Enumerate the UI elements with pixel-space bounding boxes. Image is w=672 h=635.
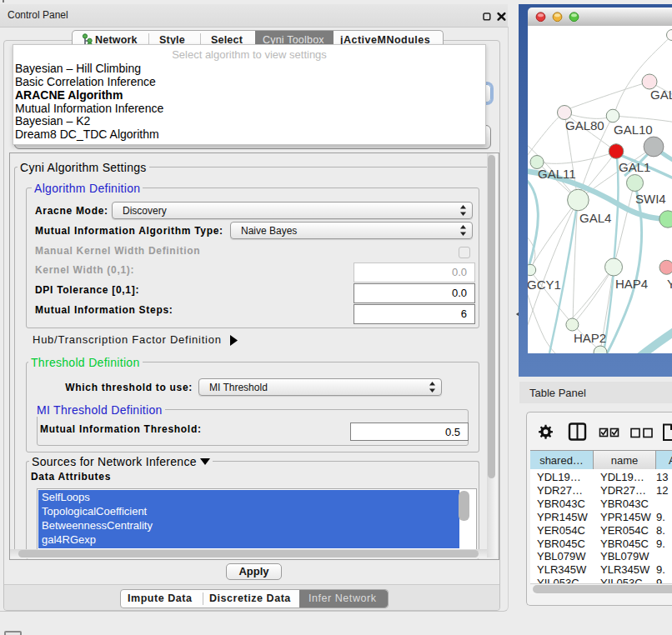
- svg-text:GCY1: GCY1: [528, 278, 561, 292]
- svg-text:YJ: YJ: [667, 277, 672, 291]
- svg-text:GAL11: GAL11: [538, 167, 576, 181]
- svg-text:GAL1: GAL1: [619, 160, 650, 174]
- svg-text:GAL80: GAL80: [565, 118, 604, 132]
- svg-text:SWI4: SWI4: [635, 192, 666, 206]
- svg-text:GAL4: GAL4: [579, 211, 611, 225]
- svg-text:HAP2: HAP2: [574, 331, 606, 345]
- svg-text:GAL10: GAL10: [614, 122, 653, 137]
- svg-text:HAP4: HAP4: [615, 277, 648, 291]
- svg-text:GAL7: GAL7: [650, 88, 672, 102]
